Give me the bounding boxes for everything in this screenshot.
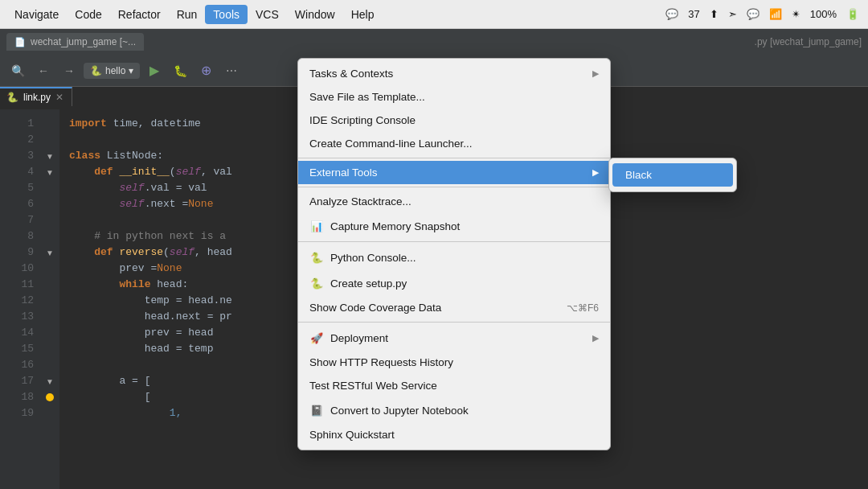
jupyter-icon: 📓	[309, 403, 324, 417]
code-coverage-shortcut: ⌥⌘F6	[567, 302, 599, 314]
restful-service-label: Test RESTful Web Service	[309, 380, 599, 392]
chat-icon: 💬	[744, 8, 762, 20]
python-console-label: Python Console...	[330, 252, 599, 264]
menubar-code[interactable]: Code	[67, 5, 109, 24]
upload-icon: ⬆	[707, 8, 721, 20]
deployment-arrow-icon: ▶	[592, 333, 599, 343]
black-submenu-item[interactable]: Black	[612, 163, 733, 187]
menubar-vcs[interactable]: VCS	[248, 5, 287, 24]
deployment-icon: 🚀	[309, 331, 324, 345]
notification-count: 37	[686, 8, 702, 20]
menubar-tools[interactable]: Tools	[205, 5, 248, 24]
cmdline-launcher-label: Create Command-line Launcher...	[309, 138, 599, 150]
menu-restful-service[interactable]: Test RESTful Web Service	[298, 374, 610, 397]
menu-cmdline-launcher[interactable]: Create Command-line Launcher...	[298, 132, 610, 155]
menubar-help[interactable]: Help	[343, 5, 383, 24]
menubar-window[interactable]: Window	[287, 5, 343, 24]
menu-divider-2	[298, 187, 610, 187]
jupyter-label: Convert to Jupyter Notebook	[330, 405, 599, 417]
menubar-navigate[interactable]: Navigate	[6, 5, 67, 24]
capture-memory-icon: 📊	[309, 219, 324, 233]
create-setup-icon: 🐍	[309, 276, 324, 290]
wifi-icon: 📶	[767, 8, 784, 20]
ide-scripting-label: IDE Scripting Console	[309, 114, 599, 126]
menu-capture-memory[interactable]: 📊 Capture Memory Snapshot	[298, 213, 610, 239]
capture-memory-label: Capture Memory Snapshot	[330, 220, 599, 232]
create-setup-label: Create setup.py	[330, 277, 599, 290]
save-template-label: Save File as Template...	[309, 91, 599, 103]
menu-create-setup[interactable]: 🐍 Create setup.py	[298, 270, 610, 296]
http-history-label: Show HTTP Requests History	[309, 356, 599, 368]
external-tools-submenu: Black	[608, 158, 737, 192]
tasks-contexts-arrow-icon: ▶	[592, 68, 599, 79]
tools-dropdown-menu: Tasks & Contexts ▶ Save File as Template…	[297, 58, 611, 450]
menubar-run[interactable]: Run	[169, 5, 206, 24]
menu-divider-4	[298, 322, 610, 323]
analyze-stacktrace-label: Analyze Stacktrace...	[309, 195, 599, 208]
menu-ide-scripting[interactable]: IDE Scripting Console	[298, 109, 610, 132]
menu-python-console[interactable]: 🐍 Python Console...	[298, 244, 610, 270]
menu-divider-3	[298, 241, 610, 242]
menu-code-coverage[interactable]: Show Code Coverage Data ⌥⌘F6	[298, 296, 610, 319]
menu-jupyter-notebook[interactable]: 📓 Convert to Jupyter Notebook	[298, 397, 610, 423]
dropdown-overlay: Tasks & Contexts ▶ Save File as Template…	[0, 29, 868, 489]
menu-http-history[interactable]: Show HTTP Requests History	[298, 351, 610, 374]
external-tools-arrow-icon: ▶	[592, 167, 599, 178]
menubar-refactor[interactable]: Refactor	[110, 5, 169, 24]
deployment-label: Deployment	[330, 332, 586, 344]
black-label: Black	[625, 169, 652, 181]
menu-tasks-contexts[interactable]: Tasks & Contexts ▶	[298, 62, 610, 85]
menu-save-template[interactable]: Save File as Template...	[298, 85, 610, 109]
send-icon: ➣	[726, 8, 739, 20]
menubar-right-area: 💬 37 ⬆ ➣ 💬 📶 ✴ 100% 🔋	[663, 8, 862, 20]
external-tools-label: External Tools	[309, 166, 586, 179]
battery-icon: 🔋	[844, 8, 862, 20]
battery-label: 100%	[808, 8, 839, 20]
wechat-icon: 💬	[663, 8, 681, 20]
menu-divider-1	[298, 158, 610, 158]
menu-sphinx-quickstart[interactable]: Sphinx Quickstart	[298, 423, 610, 446]
bluetooth-icon: ✴	[789, 8, 803, 20]
menu-deployment[interactable]: 🚀 Deployment ▶	[298, 325, 610, 351]
code-coverage-label: Show Code Coverage Data	[309, 302, 560, 314]
menubar: Navigate Code Refactor Run Tools VCS Win…	[0, 0, 868, 29]
sphinx-label: Sphinx Quickstart	[309, 429, 599, 441]
menu-external-tools[interactable]: External Tools ▶ Black	[298, 161, 610, 184]
menu-analyze-stacktrace[interactable]: Analyze Stacktrace...	[298, 190, 610, 213]
tasks-contexts-label: Tasks & Contexts	[309, 68, 586, 80]
python-console-icon: 🐍	[309, 250, 324, 265]
